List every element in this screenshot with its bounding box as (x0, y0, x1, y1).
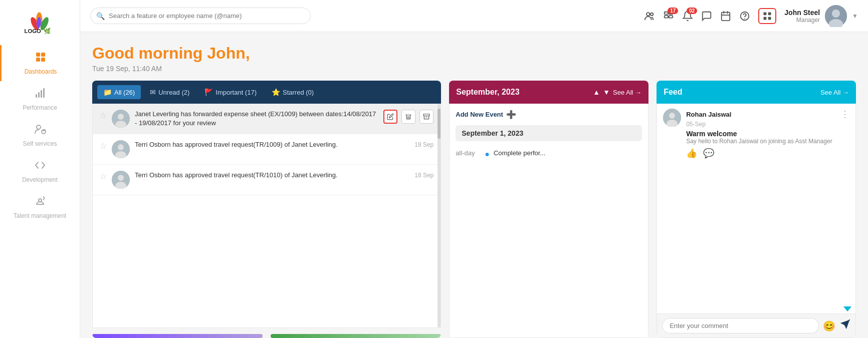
calendar-icon-btn[interactable] (720, 11, 731, 22)
cal-up-arrow[interactable]: ▲ (593, 88, 600, 96)
feed-msg-title-1: Warm welcome (686, 130, 849, 138)
panels: 📁 All (26) ✉ Unread (2) 🚩 Important (17)… (92, 81, 856, 338)
like-icon[interactable]: 👍 (686, 148, 697, 159)
add-event-btn[interactable]: Add New Event ➕ (456, 110, 642, 119)
feed-msg-1: Rohan Jaiswal ⋮ 05-Sep Warm welcome Say … (663, 109, 849, 159)
tab-all[interactable]: 📁 All (26) (97, 85, 141, 99)
tab-starred[interactable]: ⭐ Starred (0) (266, 85, 320, 99)
calendar-panel: September, 2023 ▲ ▼ See All → Add New Ev… (449, 81, 648, 338)
msg-time-3: 18 Sep (414, 172, 433, 179)
talent-management-icon (34, 195, 46, 210)
scroll-down-btn[interactable] (843, 306, 851, 311)
greeting-prefix: Good morning (92, 44, 207, 62)
feed-msg-author-1: Rohan Jaiswal (686, 111, 731, 118)
people-icon-btn[interactable] (644, 11, 655, 22)
tab-starred-label: Starred (0) (283, 89, 314, 96)
svg-rect-31 (764, 17, 767, 20)
svg-rect-21 (665, 16, 668, 18)
apps-icon-btn[interactable] (758, 8, 776, 24)
tab-unread[interactable]: ✉ Unread (2) (144, 85, 195, 99)
feed-body: Rohan Jaiswal ⋮ 05-Sep Warm welcome Say … (657, 104, 856, 338)
feed-see-all[interactable]: See All → (820, 89, 849, 96)
greeting-title: Good morning John, (92, 44, 856, 63)
archive-msg-btn-1[interactable] (419, 110, 433, 124)
folder-icon: 📁 (103, 88, 112, 96)
feed-header: Feed See All → (657, 81, 856, 104)
svg-point-47 (669, 113, 675, 119)
cal-body: Add New Event ➕ September 1, 2023 all-da… (449, 104, 648, 338)
users-icon-btn[interactable]: 17 (663, 11, 674, 22)
notif-msg-1[interactable]: ☆ Janet Leverling has forwarded expense … (93, 104, 441, 134)
feed-avatar-1 (663, 109, 681, 127)
feed-msg-more-1[interactable]: ⋮ (840, 109, 849, 120)
scroll-thumb[interactable] (438, 109, 441, 139)
notifications-panel: 📁 All (26) ✉ Unread (2) 🚩 Important (17)… (92, 81, 441, 338)
bell-icon-btn[interactable]: 02 (682, 11, 693, 22)
msg-actions-1 (383, 110, 433, 124)
search-bar[interactable]: 🔍 (90, 8, 311, 24)
development-icon (34, 159, 46, 174)
send-icon[interactable] (839, 319, 850, 332)
tab-important-label: Important (17) (215, 89, 257, 96)
star-tab-icon: ⭐ (272, 88, 280, 96)
event-date-1: September 1, 2023 (456, 125, 642, 141)
star-msg-1[interactable]: ☆ (100, 111, 107, 120)
sidebar-item-dashboards[interactable]: Dashboards (0, 45, 80, 81)
star-msg-2[interactable]: ☆ (100, 141, 107, 151)
flag-icon: 🚩 (204, 88, 213, 96)
feed-comment-area: 😊 (657, 313, 855, 337)
msg-text-1: Janet Leverling has forwarded expense sh… (135, 110, 378, 128)
progress-bar-green (271, 334, 441, 338)
feed-comment-input[interactable] (662, 318, 819, 333)
bottom-bars (92, 334, 441, 338)
cal-see-all[interactable]: See All → (613, 89, 641, 96)
svg-point-17 (646, 13, 649, 16)
edit-msg-btn-1[interactable] (383, 110, 397, 124)
notif-msg-2[interactable]: ☆ Terri Osborn has approved travel reque… (93, 134, 441, 165)
svg-point-41 (118, 144, 124, 150)
user-info[interactable]: John Steel Manager ▼ (784, 5, 858, 27)
cal-header: September, 2023 ▲ ▼ See All → (449, 81, 648, 104)
sidebar-item-talent-management[interactable]: Talent management (0, 189, 80, 225)
user-dropdown-arrow[interactable]: ▼ (852, 13, 858, 20)
msg-avatar-2 (112, 140, 130, 158)
msg-time-2: 18 Sep (414, 141, 433, 148)
feed-actions-1: 👍 💬 (686, 148, 849, 159)
user-name-role: John Steel Manager (784, 9, 820, 24)
delete-msg-btn-1[interactable] (401, 110, 415, 124)
content: Good morning John, Tue 19 Sep, 11:40 AM … (80, 32, 868, 338)
feed-panel: Feed See All → Rohan Jaiswal ⋮ (657, 81, 856, 338)
svg-rect-13 (43, 88, 45, 98)
help-icon-btn[interactable] (739, 11, 750, 22)
sidebar-item-performance-label: Performance (23, 104, 57, 111)
sidebar-item-development[interactable]: Development (0, 153, 80, 189)
sidebar: LOGO 🌿 Dashboards Performance Self servi… (0, 0, 80, 338)
msg-avatar-1 (112, 110, 130, 128)
svg-point-44 (118, 175, 124, 181)
msg-text-3: Terri Osborn has approved travel request… (135, 171, 409, 180)
search-input[interactable] (90, 8, 311, 24)
tab-important[interactable]: 🚩 Important (17) (198, 85, 263, 99)
feed-title: Feed (664, 88, 682, 97)
svg-rect-23 (722, 12, 730, 20)
sidebar-item-performance[interactable]: Performance (0, 81, 80, 117)
feed-scroll-indicator (657, 304, 855, 313)
comment-icon[interactable]: 💬 (703, 148, 714, 159)
sidebar-item-self-services[interactable]: Self services (0, 117, 80, 153)
chat-icon-btn[interactable] (701, 11, 712, 22)
star-msg-3[interactable]: ☆ (100, 172, 107, 181)
emoji-icon[interactable]: 😊 (823, 320, 835, 332)
tab-all-label: All (26) (114, 89, 135, 96)
feed-msg-header-1: Rohan Jaiswal ⋮ (686, 109, 849, 120)
greeting-name: John, (207, 44, 250, 62)
search-icon: 🔍 (96, 12, 105, 20)
cal-down-arrow[interactable]: ▼ (603, 88, 610, 96)
svg-rect-6 (36, 53, 40, 57)
svg-rect-9 (41, 58, 45, 62)
sidebar-item-self-services-label: Self services (23, 140, 57, 147)
svg-rect-7 (41, 53, 45, 57)
user-avatar[interactable] (825, 5, 847, 27)
notif-msg-3[interactable]: ☆ Terri Osborn has approved travel reque… (93, 165, 441, 195)
svg-point-18 (650, 13, 654, 15)
self-services-icon (34, 123, 46, 138)
